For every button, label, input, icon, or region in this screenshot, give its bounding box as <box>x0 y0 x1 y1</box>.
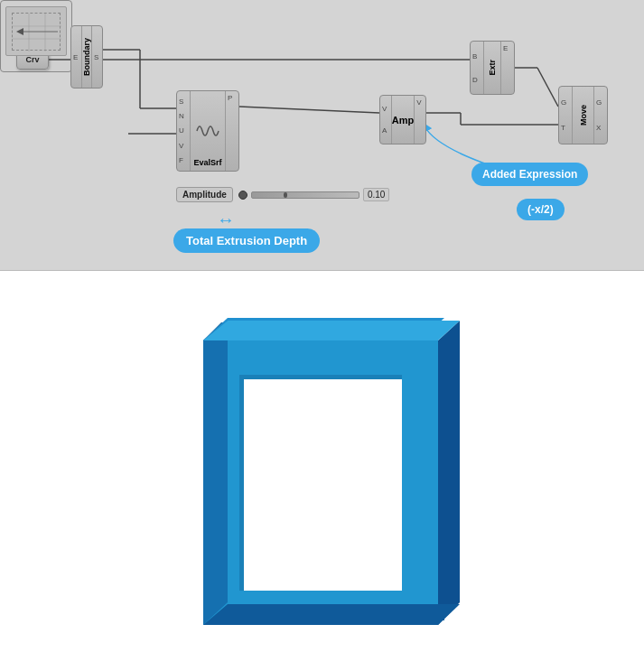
node-move[interactable]: G T Move G X <box>558 86 608 144</box>
node-amp[interactable]: V A Amp V <box>379 95 426 144</box>
bubble-added-expression: Added Expression <box>471 163 588 186</box>
bubble-extrusion-depth: Total Extrusion Depth <box>173 228 320 253</box>
frame-3d-svg <box>178 295 467 648</box>
svg-rect-30 <box>203 340 438 375</box>
svg-rect-32 <box>239 375 402 591</box>
svg-rect-29 <box>402 340 438 625</box>
node-extr-label: Extr <box>488 60 497 76</box>
amplitude-value: 0.10 <box>363 188 389 201</box>
graph-area: Crv E Boundary S <box>0 0 644 271</box>
svg-marker-36 <box>438 321 460 625</box>
svg-marker-17 <box>16 28 23 35</box>
node-evalsrf-label: EvalSrf <box>191 158 225 167</box>
amplitude-row: Amplitude 0.10 <box>176 187 389 202</box>
svg-marker-38 <box>203 604 460 625</box>
viewport-area <box>0 271 644 671</box>
surface-display <box>5 6 67 56</box>
node-extr[interactable]: B D Extr E <box>470 41 515 95</box>
svg-rect-33 <box>239 375 244 591</box>
svg-marker-37 <box>203 321 460 340</box>
svg-line-6 <box>239 107 379 113</box>
node-evalsrf[interactable]: S N U V F EvalSrf P <box>176 90 239 172</box>
svg-marker-35 <box>203 321 228 625</box>
amplitude-label: Amplitude <box>176 187 233 202</box>
amplitude-slider-container[interactable]: 0.10 <box>238 188 389 201</box>
amplitude-slider[interactable] <box>251 191 359 199</box>
node-amp-label: Amp <box>392 115 414 126</box>
slider-dot <box>238 191 247 200</box>
svg-rect-34 <box>239 375 402 379</box>
bubble-formula: (-x/2) <box>517 199 565 220</box>
svg-line-11 <box>537 68 558 107</box>
node-boundary[interactable]: E Boundary S <box>70 25 103 89</box>
node-crv-label: Crv <box>25 55 39 64</box>
double-arrow: ↔ <box>217 210 235 230</box>
node-boundary-label: Boundary <box>82 38 91 76</box>
node-move-label: Move <box>579 105 588 126</box>
